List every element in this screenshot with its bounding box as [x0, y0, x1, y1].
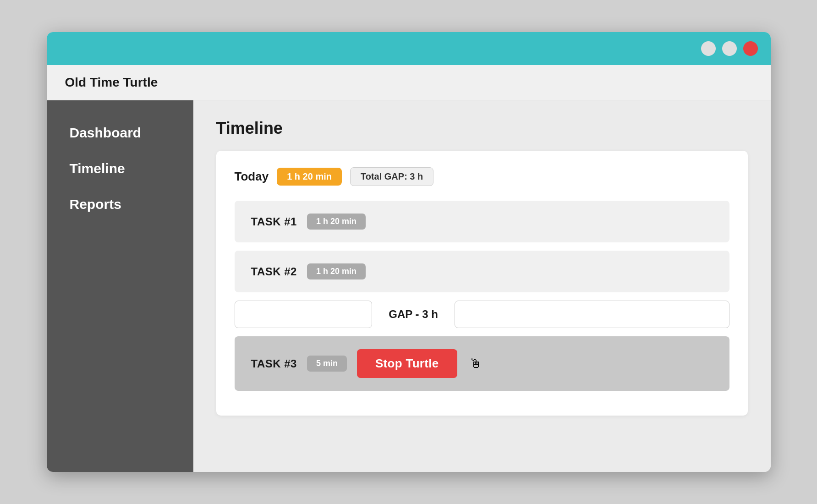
task-row-3: TASK #3 5 min Stop Turtle 🖱 [235, 336, 729, 391]
stop-turtle-button[interactable]: Stop Turtle [357, 349, 457, 378]
app-header: Old Time Turtle [47, 65, 771, 100]
sidebar-item-timeline[interactable]: Timeline [47, 151, 193, 186]
app-body: Dashboard Timeline Reports Timeline Toda… [47, 100, 771, 472]
gap-left-box [235, 301, 373, 328]
task-row-2: TASK #2 1 h 20 min [235, 251, 729, 292]
gap-label: GAP - 3 h [372, 308, 455, 321]
timeline-card: Today 1 h 20 min Total GAP: 3 h TASK #1 … [216, 151, 748, 416]
sidebar: Dashboard Timeline Reports [47, 100, 193, 472]
page-title: Timeline [216, 119, 748, 138]
minimize-button[interactable] [701, 41, 716, 56]
gap-badge: Total GAP: 3 h [350, 167, 433, 186]
task-1-label: TASK #1 [251, 215, 297, 228]
gap-row: GAP - 3 h [235, 301, 729, 328]
window-controls [701, 41, 758, 56]
task-2-time: 1 h 20 min [307, 263, 366, 279]
sidebar-item-dashboard[interactable]: Dashboard [47, 115, 193, 151]
today-label: Today [235, 170, 269, 184]
task-1-time: 1 h 20 min [307, 214, 366, 230]
close-button[interactable] [743, 41, 758, 56]
sidebar-item-reports[interactable]: Reports [47, 186, 193, 222]
today-row: Today 1 h 20 min Total GAP: 3 h [235, 167, 729, 186]
task-3-time: 5 min [307, 356, 347, 372]
app-window: Old Time Turtle Dashboard Timeline Repor… [47, 32, 771, 472]
gap-right-box [455, 301, 729, 328]
task-2-label: TASK #2 [251, 265, 297, 278]
task-row-1: TASK #1 1 h 20 min [235, 201, 729, 242]
main-content: Timeline Today 1 h 20 min Total GAP: 3 h… [193, 100, 771, 472]
time-badge: 1 h 20 min [277, 168, 342, 186]
task-3-label: TASK #3 [251, 357, 297, 370]
cursor-icon: 🖱 [469, 356, 482, 371]
maximize-button[interactable] [722, 41, 737, 56]
title-bar [47, 32, 771, 65]
app-title: Old Time Turtle [65, 75, 158, 89]
